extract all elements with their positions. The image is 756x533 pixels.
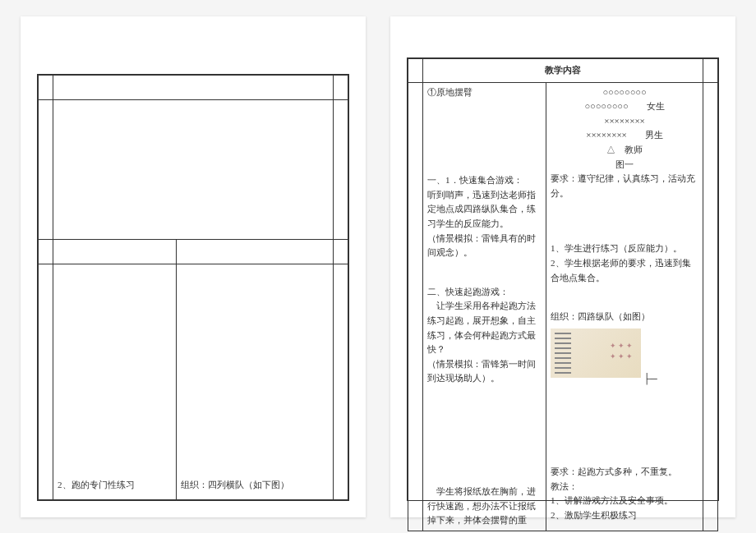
- left-row-1: [39, 76, 348, 100]
- sec2-left-title: 一、1．快速集合游戏：: [427, 173, 542, 188]
- sec3-left-title: 二、快速起跑游戏：: [427, 285, 542, 300]
- page-right: 教学内容 ①原地摆臂 一、1．快速集合游戏： 听到哨声，迅速到达老师指定地点成四…: [390, 16, 735, 517]
- sec3-left-note: （情景模拟：雷锋第一时间到达现场助人）。: [427, 357, 542, 386]
- page-left-inner: 2、跑的专门性练习 组织：四列横队（如下图）: [37, 74, 349, 501]
- formation-line-1: ○○○○○○○○: [551, 85, 698, 100]
- right-header-row: 教学内容: [408, 59, 718, 83]
- left-bottom-right-cell: 组织：四列横队（如下图）: [177, 264, 334, 500]
- sec2-right-1: 1、学生进行练习（反应能力）。: [551, 241, 698, 256]
- formation-line-4: ×××××××× 男生: [551, 128, 698, 143]
- sec1-left-title: ①原地摆臂: [427, 85, 542, 100]
- right-table: 教学内容 ①原地摆臂 一、1．快速集合游戏： 听到哨声，迅速到达老师指定地点成四…: [408, 58, 718, 531]
- header-title: 教学内容: [423, 59, 703, 83]
- formation-line-3: ××××××××: [551, 114, 698, 129]
- left-row-2: [39, 100, 348, 240]
- sec3-left-body1: 让学生采用各种起跑方法练习起跑，展开想象，自主练习，体会何种起跑方式最快？: [427, 299, 542, 356]
- sec4-left-body: 学生将报纸放在胸前，进行快速跑，想办法不让报纸掉下来，并体会摆臂的重: [427, 485, 542, 528]
- sec4-method-2: 2、激励学生积极练习: [551, 508, 698, 523]
- arrow-symbol: ├─: [643, 371, 657, 387]
- sec4-method-title: 教法：: [551, 480, 698, 494]
- page-left: 2、跑的专门性练习 组织：四列横队（如下图）: [21, 16, 366, 517]
- sec3-right-org: 组织：四路纵队（如图）: [551, 310, 698, 324]
- left-row-4: 2、跑的专门性练习 组织：四列横队（如下图）: [39, 264, 348, 500]
- formation-line-2: ○○○○○○○○ 女生: [551, 99, 698, 114]
- right-content-row: ①原地摆臂 一、1．快速集合游戏： 听到哨声，迅速到达老师指定地点成四路纵队集合…: [408, 82, 718, 531]
- sec1-req: 要求：遵守纪律，认真练习，活动充分。: [551, 172, 698, 200]
- sec4-req: 要求：起跑方式多种，不重复。: [551, 465, 698, 480]
- left-bottom-left-cell: 2、跑的专门性练习: [53, 264, 177, 500]
- sec2-left-body: 听到哨声，迅速到达老师指定地点成四路纵队集合，练习学生的反应能力。: [427, 188, 542, 232]
- page-right-inner: 教学内容 ①原地摆臂 一、1．快速集合游戏： 听到哨声，迅速到达老师指定地点成四…: [407, 57, 719, 501]
- left-table: 2、跑的专门性练习 组织：四列横队（如下图）: [38, 75, 348, 500]
- left-row-3: [39, 240, 348, 264]
- formation-image: [551, 329, 641, 378]
- formation-line-6: 图一: [551, 158, 698, 172]
- right-left-column: ①原地摆臂 一、1．快速集合游戏： 听到哨声，迅速到达老师指定地点成四路纵队集合…: [423, 82, 546, 531]
- sec2-right-2: 2、学生根据老师的要求，迅速到集合地点集合。: [551, 256, 698, 285]
- formation-line-5: △ 教师: [551, 143, 698, 158]
- right-right-column: ○○○○○○○○ ○○○○○○○○ 女生 ×××××××× ×××××××× 男…: [546, 82, 703, 531]
- sec4-method-1: 1、讲解游戏方法及安全事项。: [551, 494, 698, 508]
- sec2-left-note: （情景模拟：雷锋具有的时间观念）。: [427, 232, 542, 260]
